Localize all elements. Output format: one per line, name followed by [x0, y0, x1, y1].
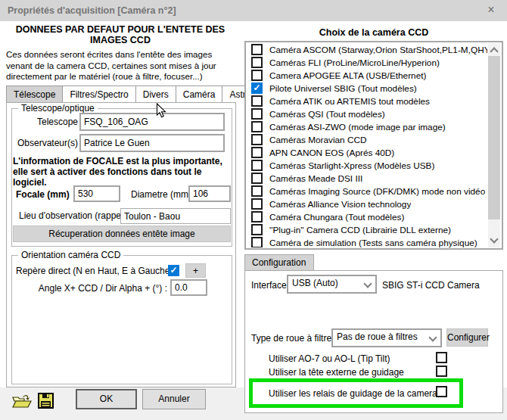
camera-label: Caméras ASI-ZWO (mode image par image)	[269, 122, 446, 132]
left-tab-strip: Télescope Filtres/Spectro Divers Caméra …	[6, 86, 283, 102]
tab-camera[interactable]: Caméra	[176, 86, 223, 102]
option-ao7-label: Utiliser AO-7 ou AO-L (Tip Tilt)	[269, 353, 390, 364]
camera-label: Caméras Moravian CCD	[269, 135, 367, 145]
chevron-down-icon	[428, 333, 437, 341]
wheel-type-dropdown[interactable]: Pas de roue à filtres	[331, 328, 442, 347]
lieu-observation-label: Lieu d'observation (rappel)	[19, 210, 126, 221]
title-bar[interactable]: Propriétés d'acquisition [Caméra n°2] ×	[0, 0, 507, 21]
orientation-ccd-group-title: Orientation caméra CCD	[18, 250, 123, 260]
recuperation-entete-button[interactable]: Récuperation données entête image	[13, 226, 231, 242]
camera-checkbox[interactable]	[251, 57, 263, 68]
save-icon[interactable]	[38, 393, 54, 411]
camera-choice-heading: Choix de la caméra CCD	[244, 27, 503, 38]
camera-checkbox[interactable]	[251, 95, 263, 107]
telescope-label: Telescope	[16, 117, 78, 127]
camera-list-row[interactable]: Caméras Moravian CCD	[247, 133, 487, 146]
observateur-input[interactable]	[79, 134, 225, 152]
repere-direct-label: Repère direct (N en Haut, E à Gauche)	[16, 266, 173, 276]
camera-label: APN CANON EOS (Aprés 40D)	[269, 148, 394, 158]
annuler-button[interactable]: Annuler	[142, 389, 206, 409]
option-relais-guidage-label: Utiliser les relais de guidage de la cam…	[269, 388, 437, 399]
camera-checkbox[interactable]	[251, 211, 263, 222]
camera-list-row[interactable]: ''Plug-in'' Camera CCD (Librairie DLL ex…	[247, 223, 487, 236]
focale-label: Focale (mm)	[16, 189, 70, 200]
configurer-button[interactable]: Configurer	[446, 328, 488, 347]
camera-checkbox[interactable]	[251, 185, 263, 197]
wheel-type-label: Type de roue à filtres	[251, 333, 336, 344]
diametre-input[interactable]	[188, 185, 231, 202]
camera-checkbox[interactable]	[251, 237, 263, 247]
tab-configuration[interactable]: Configuration	[244, 254, 314, 271]
left-description: Ces données seront écrites dans l'entête…	[6, 49, 239, 82]
camera-list-row[interactable]: Caméras FLI (ProLine/MicroLine/Hyperion)	[247, 56, 487, 69]
camera-label: Caméras QSI (Tout modèles)	[269, 109, 385, 120]
open-file-icon[interactable]	[12, 393, 32, 412]
lieu-observation-input[interactable]	[120, 208, 231, 224]
telescope-optique-group-title: Telescope/optique	[18, 103, 98, 114]
close-icon[interactable]: ×	[475, 0, 507, 21]
camera-list-row[interactable]: Camera APOGEE ALTA (USB/Ethernet)	[247, 69, 487, 82]
camera-list-row[interactable]: Caméras ASI-ZWO (mode image par image)	[247, 120, 487, 133]
camera-list-row[interactable]: Caméra ATIK ou ARTEMIS tout modèles	[247, 95, 487, 107]
camera-list-row[interactable]: Caméras Imaging Source (DFK/DMK) mode no…	[247, 185, 487, 198]
option-tete-externe-checkbox[interactable]	[436, 366, 447, 377]
window-title: Propriétés d'acquisition [Caméra n°2]	[8, 0, 176, 21]
camera-list: Caméra ASCOM (Starway,Orion StarShoot,PL…	[244, 41, 503, 250]
camera-checkbox[interactable]	[251, 160, 263, 171]
camera-label: Caméra de simulation (Tests sans caméra …	[269, 238, 477, 248]
tab-divers[interactable]: Divers	[135, 86, 176, 102]
camera-list-items: Caméra ASCOM (Starway,Orion StarShoot,PL…	[247, 43, 487, 247]
tab-telescope[interactable]: Télescope	[6, 86, 63, 102]
telescope-input[interactable]	[79, 113, 225, 131]
camera-label: Pilote Universel SBIG (Tout modèles)	[269, 83, 417, 94]
tab-filtres-spectro[interactable]: Filtres/Spectro	[62, 86, 135, 102]
camera-checkbox[interactable]	[251, 134, 263, 145]
option-relais-guidage-checkbox[interactable]	[436, 386, 447, 397]
camera-checkbox[interactable]	[251, 173, 263, 184]
scrollbar-thumb[interactable]	[488, 56, 500, 219]
observateur-label: Observateur(s)	[11, 138, 78, 148]
camera-checkbox[interactable]	[251, 224, 263, 235]
left-heading: DONNEES PAR DEFAUT POUR L'ENTETE DES IMA…	[6, 24, 235, 45]
camera-checkbox[interactable]	[251, 44, 263, 55]
camera-label: ''Plug-in'' Camera CCD (Librairie DLL ex…	[269, 225, 451, 235]
repere-direct-checkbox[interactable]	[168, 265, 179, 276]
camera-checkbox[interactable]	[251, 121, 263, 132]
camera-label: Camera APOGEE ALTA (USB/Ethernet)	[269, 70, 426, 81]
focale-input[interactable]	[73, 185, 120, 202]
scroll-down-icon[interactable]	[490, 235, 498, 243]
angle-ccd-label: Angle X+ CCD / Dir Alpha + (°) :	[16, 283, 167, 294]
interface-dropdown-value: USB (Auto)	[292, 278, 338, 288]
interface-label: Interface	[251, 280, 287, 291]
interface-dropdown[interactable]: USB (Auto)	[287, 275, 377, 294]
camera-list-row[interactable]: Caméras Starlight-Xpress (Modèles USB)	[247, 159, 487, 172]
camera-list-row[interactable]: Pilote Universel SBIG (Tout modèles)	[247, 82, 487, 95]
dialog-proprietes-acquisition: Propriétés d'acquisition [Caméra n°2] × …	[0, 0, 507, 420]
camera-list-row[interactable]: Caméra de simulation (Tests sans caméra …	[247, 236, 487, 247]
camera-label: Caméras Imaging Source (DFK/DMK) mode no…	[269, 186, 485, 197]
option-ao7-checkbox[interactable]	[436, 352, 447, 363]
camera-list-row[interactable]: Caméras Meade DSI III	[247, 172, 487, 185]
telescope-tab-page: Telescope/optique Telescope Observateur(…	[6, 102, 236, 387]
camera-label: Caméra ATIK ou ARTEMIS tout modèles	[269, 96, 430, 107]
camera-checkbox[interactable]	[251, 108, 263, 120]
camera-checkbox[interactable]	[251, 198, 263, 210]
camera-list-row[interactable]: Caméras Alliance Vision technology	[247, 198, 487, 210]
diametre-label: Diametre (mm)	[131, 189, 191, 200]
camera-label: Caméras Meade DSI III	[269, 173, 362, 184]
camera-list-row[interactable]: APN CANON EOS (Aprés 40D)	[247, 146, 487, 159]
camera-list-row[interactable]: Caméra ASCOM (Starway,Orion StarShoot,PL…	[247, 43, 487, 56]
scroll-up-icon[interactable]	[490, 47, 498, 55]
camera-checkbox[interactable]	[251, 147, 263, 158]
camera-checkbox[interactable]	[251, 70, 263, 81]
camera-list-row[interactable]: Caméras QSI (Tout modèles)	[247, 107, 487, 120]
ok-button[interactable]: OK	[76, 389, 137, 409]
wheel-type-dropdown-value: Pas de roue à filtres	[337, 331, 418, 342]
camera-checkbox[interactable]	[251, 82, 263, 94]
angle-ccd-input[interactable]	[170, 279, 207, 296]
plus-button[interactable]: +	[185, 263, 206, 278]
camera-list-scrollbar[interactable]	[488, 43, 500, 247]
camera-list-row[interactable]: Caméra Chungara (Tout modèles)	[247, 210, 487, 223]
camera-label: Caméra Chungara (Tout modèles)	[269, 212, 404, 222]
camera-label: Caméras Alliance Vision technology	[269, 199, 411, 210]
